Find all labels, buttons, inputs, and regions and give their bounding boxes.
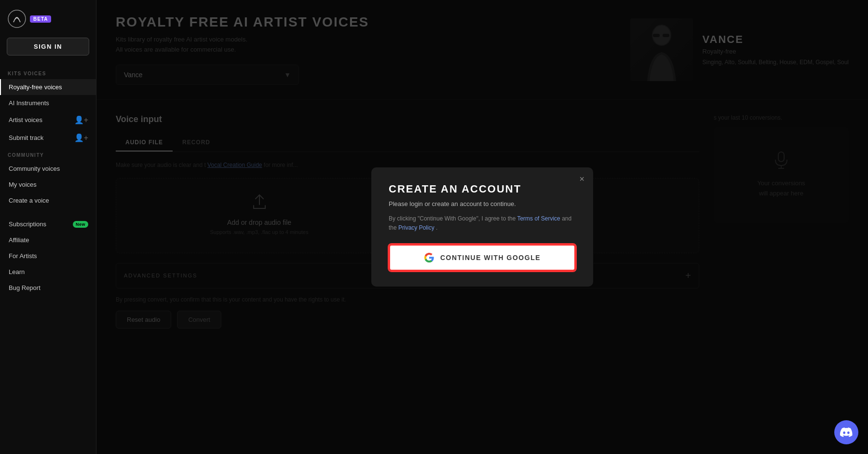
sidebar-item-learn[interactable]: Learn [0,264,96,280]
svg-point-0 [8,10,26,28]
sidebar: BETA SIGN IN KITS VOICES Royalty-free vo… [0,0,96,454]
sidebar-item-affiliate[interactable]: Affiliate [0,232,96,248]
sidebar-item-label: Affiliate [9,236,29,244]
sidebar-item-label: Artist voices [9,116,42,124]
sidebar-item-label: Submit track [9,134,43,141]
section-label-kits-voices: KITS VOICES [0,65,96,79]
discord-icon [840,427,853,437]
main-content: ROYALTY FREE AI ARTIST VOICES Kits libra… [96,0,868,454]
privacy-policy-link[interactable]: Privacy Policy [398,224,434,231]
sidebar-item-subscriptions[interactable]: Subscriptions New [0,216,96,232]
section-label-community: COMMUNITY [0,147,96,161]
sidebar-item-artist-voices[interactable]: Artist voices 👤+ [0,111,96,129]
sidebar-item-label: Community voices [9,165,60,172]
sidebar-item-label: My voices [9,181,37,188]
sign-in-button[interactable]: SIGN IN [7,38,89,55]
terms-prefix: By clicking "Continue With Google", I ag… [389,215,517,222]
modal-subtitle: Please login or create an account to con… [389,200,576,207]
sidebar-item-for-artists[interactable]: For Artists [0,248,96,264]
sidebar-item-label: Royalty-free voices [9,83,62,91]
logo-area: BETA [0,10,96,38]
modal-close-button[interactable]: × [579,174,584,184]
google-logo-icon [424,252,434,263]
modal-overlay: × CREATE AN ACCOUNT Please login or crea… [96,0,868,454]
sidebar-item-my-voices[interactable]: My voices [0,177,96,193]
modal-title: CREATE AN ACCOUNT [389,183,576,195]
sidebar-item-label: Bug Report [9,284,41,291]
terms-suffix: . [436,224,437,231]
continue-with-google-button[interactable]: CONTINUE WITH GOOGLE [389,244,576,271]
sidebar-item-label: Create a voice [9,197,49,204]
beta-badge: BETA [30,15,51,23]
create-account-modal: × CREATE AN ACCOUNT Please login or crea… [371,167,593,287]
sidebar-item-community-voices[interactable]: Community voices [0,161,96,177]
google-btn-label: CONTINUE WITH GOOGLE [440,254,541,261]
sidebar-item-bug-report[interactable]: Bug Report [0,280,96,296]
sidebar-item-label: For Artists [9,252,37,260]
app-logo [8,10,26,28]
terms-of-service-link[interactable]: Terms of Service [517,215,560,222]
new-badge: New [73,221,88,228]
person-add-icon: 👤+ [74,115,88,124]
sidebar-item-submit-track[interactable]: Submit track 👤+ [0,129,96,147]
sidebar-item-royalty-free-voices[interactable]: Royalty-free voices [0,79,96,95]
modal-terms: By clicking "Continue With Google", I ag… [389,214,576,233]
sidebar-item-label: Subscriptions [9,220,46,228]
sidebar-item-create-a-voice[interactable]: Create a voice [0,193,96,208]
person-add-icon: 👤+ [74,133,88,142]
discord-button[interactable] [834,420,858,444]
sidebar-item-label: Learn [9,268,25,275]
sidebar-item-ai-instruments[interactable]: AI Instruments [0,95,96,111]
sidebar-item-label: AI Instruments [9,99,49,107]
